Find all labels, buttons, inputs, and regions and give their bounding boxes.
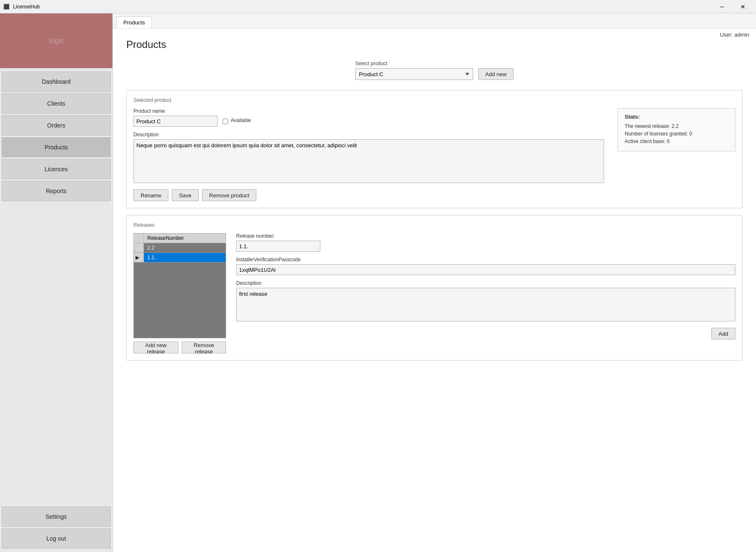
description-label: Description [133,132,604,138]
product-actions: Rename Save Remove product [133,189,604,201]
table-row[interactable]: ▶ 1.1. [134,253,226,263]
product-name-label: Product name [133,108,604,114]
release-number-input[interactable] [236,241,320,252]
installer-verification-input[interactable] [236,264,735,275]
sidebar: logo Dashboard Clients Orders Products L… [0,13,113,552]
selected-product-panel-title: Selected product [133,97,735,103]
page-title: Products [126,39,743,50]
sidebar-item-reports[interactable]: Reports [2,181,111,201]
select-product-group: Select product Product A Product B Produ… [355,61,473,80]
release-description-textarea[interactable]: first release [236,288,735,321]
available-label: Available [231,117,251,123]
release-table-arrow-col [134,234,144,243]
product-form-right: Stats: The newest release: 2.2 Number of… [618,108,735,201]
description-group: Description Neque porro quisquam est qui… [133,132,604,184]
select-product-row: Select product Product A Product B Produ… [126,61,743,80]
stats-newest-release: The newest release: 2.2 [625,123,728,129]
available-checkbox[interactable] [223,119,228,124]
rename-button[interactable]: Rename [133,189,168,201]
stats-title: Stats: [625,114,728,120]
main-content: Products Select product Product A Produc… [113,29,756,552]
tab-products[interactable]: Products [116,16,152,28]
product-name-group: Product name Available [133,108,604,127]
sidebar-item-products[interactable]: Products [2,137,111,157]
select-product-label: Select product [355,61,473,66]
release-row-arrow-1 [134,243,144,253]
product-name-row: Available [133,116,604,127]
remove-product-button[interactable]: Remove product [202,189,256,201]
product-select[interactable]: Product A Product B Product C [355,68,473,80]
release-table-container: ReleaseNumber 2.2 ▶ 1.1. [133,233,226,353]
user-label: User: admin [720,27,749,42]
app-icon: ⬛ [3,4,10,10]
release-table-bottom [133,263,226,338]
release-row-arrow-2: ▶ [134,253,144,263]
sidebar-item-settings[interactable]: Settings [2,507,111,527]
releases-panel: Releases ReleaseNumber [126,215,743,361]
release-description-label: Description [236,280,735,286]
release-number-cell-1: 2.2 [144,243,226,253]
stats-licenses-granted: Number of licenses granted: 0 [625,131,728,137]
remove-release-button[interactable]: Remove release [182,342,226,353]
product-form: Product name Available Description [133,108,735,201]
table-row[interactable]: 2.2 [134,243,226,253]
release-number-label: Release number: [236,233,735,239]
installer-verification-label: InstallerVerificationPasscode [236,257,735,263]
save-button[interactable]: Save [172,189,199,201]
sidebar-item-licences[interactable]: Licences [2,159,111,179]
sidebar-item-orders[interactable]: Orders [2,115,111,135]
release-number-cell-2: 1.1. [144,253,226,263]
sidebar-item-dashboard[interactable]: Dashboard [2,72,111,92]
logo: logo [0,13,112,68]
release-description-field: Description first release [236,280,735,323]
releases-title: Releases [133,222,735,228]
available-checkbox-row: Available [223,117,251,125]
release-detail: Release number: InstallerVerificationPas… [236,233,735,353]
app-title: LicenseHub [13,4,40,10]
close-button[interactable]: ✕ [733,0,753,13]
releases-content: ReleaseNumber 2.2 ▶ 1.1. [133,233,735,353]
release-table-number-col: ReleaseNumber [144,234,226,243]
add-release-button[interactable]: Add [711,328,735,340]
sidebar-item-clients[interactable]: Clients [2,93,111,114]
stats-active-client-base: Active client base: 0 [625,138,728,144]
sidebar-item-logout[interactable]: Log out [2,528,111,549]
stats-box: Stats: The newest release: 2.2 Number of… [618,108,735,151]
release-add-row: Add [236,328,735,340]
description-textarea[interactable]: Neque porro quisquam est qui dolorem ips… [133,139,604,183]
selected-product-panel: Selected product Product name Available [126,90,743,208]
product-name-input[interactable] [133,116,218,127]
product-form-left: Product name Available Description [133,108,604,201]
content-area: Products Products Select product Product… [113,13,756,552]
release-number-field: Release number: [236,233,735,252]
titlebar-left: ⬛ LicenseHub [3,4,40,10]
titlebar-controls: ─ ✕ [712,0,753,13]
tab-bar: Products [113,13,756,29]
installer-verification-field: InstallerVerificationPasscode [236,257,735,275]
release-table: ReleaseNumber 2.2 ▶ 1.1. [133,233,226,263]
sidebar-bottom: Settings Log out [0,505,112,552]
add-new-product-button[interactable]: Add new [478,68,514,80]
release-actions: Add new release Remove release [133,342,226,353]
sidebar-nav: Dashboard Clients Orders Products Licenc… [0,68,112,505]
titlebar: ⬛ LicenseHub ─ ✕ [0,0,756,13]
add-new-release-button[interactable]: Add new release [133,342,178,353]
minimize-button[interactable]: ─ [712,0,732,13]
